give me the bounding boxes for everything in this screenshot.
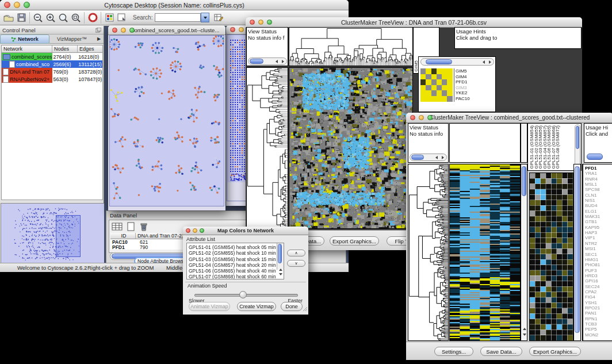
gene-label[interactable]: PEP5 [585,327,612,332]
gene-label[interactable]: CPA2 [585,289,612,294]
gene-label[interactable]: SPC98 [585,187,612,192]
matrix-cell[interactable] [426,68,431,74]
matrix-cell[interactable] [442,74,447,80]
matrix-cell[interactable] [431,85,437,91]
matrix-cell[interactable] [437,90,442,96]
scroll-left-button[interactable] [480,59,487,65]
zoom-window-icon[interactable] [427,115,433,120]
gene-label[interactable]: MSL1 [585,182,612,187]
matrix-row-label[interactable]: GIM3 [456,85,470,91]
gene-label[interactable]: RPO21 [585,305,612,311]
matrix-cell[interactable] [447,90,452,96]
matrix-cell[interactable] [420,74,426,80]
tv2-usage-scroll-pill[interactable] [587,154,603,160]
gene-label[interactable]: MAK31 [585,214,612,219]
close-icon[interactable] [186,228,190,233]
attribute-list-item[interactable]: GPL51-02 (GSM855) heat shock 10 min [189,250,284,256]
close-icon[interactable] [410,115,415,120]
gene-label[interactable]: HMG1 [585,257,612,262]
matrix-cell[interactable] [426,74,431,80]
gene-label[interactable]: PUF3 [585,268,612,273]
matrix-cell[interactable] [426,90,431,96]
attribute-list-item[interactable]: GPL51-04 (GSM857) heat shock 20 min [189,262,284,268]
matrix-cell[interactable] [447,85,452,91]
gene-label[interactable]: MON2 [585,332,612,338]
minimize-icon[interactable] [239,27,244,32]
gene-label[interactable]: TCB3 [585,321,612,327]
tv1-summary-hscroll[interactable] [420,58,494,66]
resize-grip-icon[interactable] [302,304,308,314]
tv1-status-hscroll[interactable] [248,58,287,65]
gene-label[interactable]: PHO81 [585,262,612,267]
network-row[interactable]: DNA and Tran 07769(0)183728(0) [2,68,102,75]
gene-label[interactable]: SEC1 [585,252,612,257]
matrix-cell[interactable] [437,74,442,80]
float-panel-icon[interactable] [95,25,104,35]
tv2-genelist-vscroll[interactable] [573,164,581,341]
close-icon[interactable] [250,20,255,25]
gene-label[interactable]: RNR4 [585,177,612,182]
matrix-cell[interactable] [437,85,442,91]
help-lifering-icon[interactable] [86,12,99,24]
open-file-icon[interactable] [2,12,15,24]
zoom-window-icon[interactable] [24,2,30,8]
matrix-cell[interactable] [420,79,426,85]
network1-titlebar[interactable]: combined_scores_good.txt--cluste... [108,25,225,35]
gene-label[interactable]: CLN1 [585,193,612,198]
matrix-cell[interactable] [431,79,437,85]
gene-label[interactable]: VIP1 [585,235,612,240]
tab-network[interactable]: Network [0,35,49,44]
matrix-cell[interactable] [431,74,437,80]
gene-label[interactable]: PFD1 [585,166,612,171]
matrix-row-label[interactable]: PFD1 [456,79,470,85]
gene-label[interactable]: HRD3 [585,273,612,278]
save-icon[interactable] [15,12,28,24]
main-titlebar[interactable]: Cytoscape Desktop (Session Name: collins… [0,0,349,10]
tv2-column-dendrogram[interactable] [449,123,521,163]
tab-overflow-button[interactable]: ▶ [94,35,104,44]
column-header-network[interactable]: Network [2,45,52,53]
scroll-down-button[interactable] [279,267,282,278]
treeview2-titlebar[interactable]: ClusterMaker TreeView : combined_scores_… [406,113,612,123]
zoom-window-icon[interactable] [267,20,272,25]
settings-button[interactable]: Settings... [434,347,473,356]
tv2-zoom-heatmap[interactable] [529,173,573,341]
attribute-list-item[interactable]: GPL51-07 (GSM868) heat shock 60 min [189,274,284,279]
vizmapper-icon[interactable] [103,12,116,24]
gene-label[interactable]: BUD4 [585,203,612,208]
network-row[interactable]: combined_scores2764(0)16218(0) [2,53,102,60]
gene-label[interactable]: NIS1 [585,198,612,203]
export-graphics-button[interactable]: Export Graphics... [529,347,581,356]
scroll-left-button[interactable] [433,155,439,160]
move-up-button[interactable]: ∧ [287,250,305,256]
matrix-row-label[interactable]: GIM4 [456,74,470,80]
minimize-icon[interactable] [14,2,20,8]
network-row[interactable]: RNAPuberNov2+563(0)107847(0) [2,75,102,83]
close-icon[interactable] [4,2,10,8]
gene-label[interactable]: ELG1 [585,209,612,214]
matrix-cell[interactable] [431,90,437,96]
minimize-icon[interactable] [419,115,424,120]
delete-attribute-icon[interactable] [139,222,148,233]
dialog-titlebar[interactable]: Map Colors to Network [183,227,308,235]
data-column-id[interactable]: ID [110,233,136,239]
gene-label[interactable]: YRA1 [585,171,612,176]
matrix-cell[interactable] [420,68,426,74]
matrix-cell[interactable] [447,79,452,85]
matrix-cell[interactable] [426,79,431,85]
matrix-cell[interactable] [420,96,426,102]
search-config-icon[interactable] [212,12,225,24]
annotation-icon[interactable] [116,12,128,24]
close-icon[interactable] [112,28,117,33]
new-attribute-icon[interactable] [127,222,136,233]
matrix-cell[interactable] [426,85,431,91]
matrix-cell[interactable] [447,96,452,102]
zoom-fit-icon[interactable] [70,12,82,24]
zoom-selected-icon[interactable] [57,12,70,24]
matrix-cell[interactable] [426,96,431,102]
matrix-row-label[interactable]: GIM5 [456,68,470,74]
save-data-button[interactable]: Save Data... [480,347,522,356]
scroll-right-button[interactable] [280,59,286,64]
tv2-heatmap-vscroll[interactable] [521,164,527,341]
matrix-cell[interactable] [442,68,447,74]
